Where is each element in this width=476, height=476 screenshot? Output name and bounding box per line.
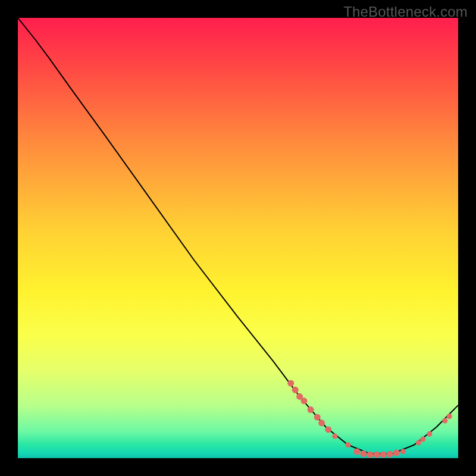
data-point — [393, 450, 400, 456]
data-point — [314, 414, 321, 421]
data-point — [427, 431, 432, 437]
data-points-group — [287, 380, 452, 458]
data-point — [387, 451, 393, 458]
data-point — [332, 434, 337, 439]
data-point — [442, 418, 447, 424]
data-point — [416, 440, 421, 446]
data-point — [325, 426, 331, 433]
data-point — [420, 437, 425, 442]
data-point — [400, 449, 406, 454]
data-point — [367, 452, 374, 458]
data-point — [360, 450, 367, 457]
chart-overlay-svg — [18, 18, 458, 458]
data-point — [346, 442, 351, 447]
data-point — [308, 406, 314, 413]
data-point — [447, 414, 452, 419]
chart-plot-area — [18, 18, 458, 458]
watermark-text: TheBottleneck.com — [343, 4, 468, 20]
data-point — [380, 452, 387, 458]
data-point — [318, 419, 325, 426]
bottleneck-curve — [18, 18, 458, 454]
data-point — [301, 397, 308, 404]
data-point — [287, 380, 294, 387]
data-point — [353, 448, 360, 455]
data-point — [292, 387, 299, 393]
data-point — [374, 452, 380, 458]
